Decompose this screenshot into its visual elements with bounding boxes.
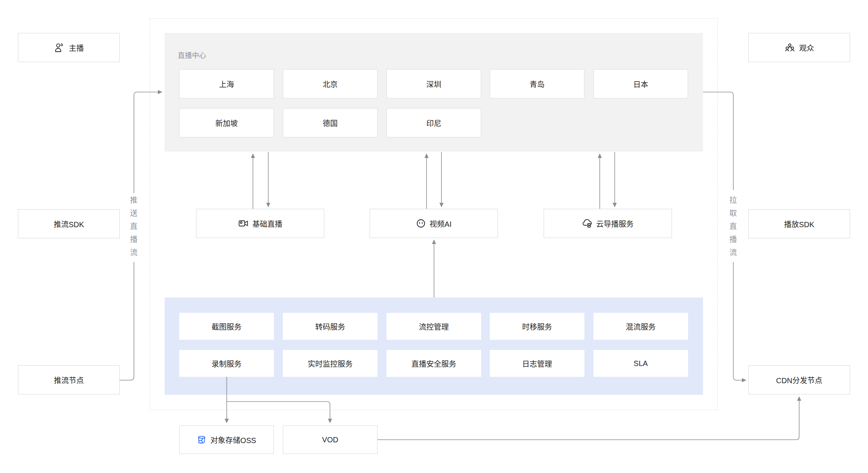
service-box-flow-control: 流控管理 bbox=[386, 313, 481, 340]
node-vod: VOD bbox=[283, 425, 378, 454]
region-box-shenzhen: 深圳 bbox=[386, 69, 481, 98]
live-center-title: 直播中心 bbox=[178, 50, 206, 60]
service-label: 转码服务 bbox=[315, 321, 345, 332]
region-label: 日本 bbox=[633, 79, 648, 89]
node-oss: 对象存储OSS bbox=[179, 425, 274, 454]
region-box-japan: 日本 bbox=[593, 69, 688, 98]
service-label: 日志管理 bbox=[522, 358, 552, 369]
architecture-diagram: 直播中心 上海 北京 深圳 青岛 日本 新加坡 德国 印尼 基础直播 视频AI bbox=[0, 0, 868, 473]
region-label: 北京 bbox=[323, 79, 338, 89]
pull-line-lower bbox=[733, 262, 743, 380]
push-stream-flow-label: 推送直播流 bbox=[129, 196, 137, 262]
region-box-germany: 德国 bbox=[283, 108, 378, 137]
node-label: 推流SDK bbox=[54, 219, 84, 229]
broadcaster-person-icon bbox=[54, 42, 65, 53]
node-label: 主播 bbox=[69, 42, 84, 53]
node-basic-live: 基础直播 bbox=[196, 209, 324, 238]
service-box-mix-stream: 混流服务 bbox=[593, 313, 688, 340]
node-label: VOD bbox=[322, 436, 338, 444]
cloud-cast-icon bbox=[582, 219, 593, 228]
service-box-record: 录制服务 bbox=[179, 350, 274, 377]
node-cdn-node: CDN分发节点 bbox=[748, 365, 850, 394]
pull-stream-flow-label: 拉取直播流 bbox=[729, 196, 736, 262]
service-label: 时移服务 bbox=[522, 321, 552, 332]
region-label: 深圳 bbox=[427, 79, 441, 89]
region-box-shanghai: 上海 bbox=[179, 69, 274, 98]
node-audience: 观众 bbox=[748, 33, 850, 62]
node-label: CDN分发节点 bbox=[776, 375, 822, 385]
service-label: 录制服务 bbox=[212, 358, 242, 369]
node-push-node: 推流节点 bbox=[18, 365, 120, 394]
service-box-transcode: 转码服务 bbox=[283, 313, 378, 340]
service-label: SLA bbox=[634, 359, 648, 368]
region-label: 新加坡 bbox=[216, 118, 238, 128]
region-label: 青岛 bbox=[530, 79, 545, 89]
node-cloud-director: 云导播服务 bbox=[544, 209, 672, 238]
node-play-sdk: 播放SDK bbox=[748, 209, 850, 238]
service-label: 实时监控服务 bbox=[308, 358, 353, 369]
people-group-icon bbox=[784, 43, 795, 52]
region-box-qingdao: 青岛 bbox=[490, 69, 584, 98]
region-box-singapore: 新加坡 bbox=[179, 108, 274, 137]
region-label: 印尼 bbox=[427, 118, 441, 128]
node-push-sdk: 推流SDK bbox=[18, 209, 120, 238]
storage-bucket-icon bbox=[197, 435, 207, 445]
service-label: 截图服务 bbox=[212, 321, 242, 332]
service-label: 流控管理 bbox=[419, 321, 449, 332]
region-box-indonesia: 印尼 bbox=[386, 108, 481, 137]
service-box-log-management: 日志管理 bbox=[490, 350, 584, 377]
service-box-live-security: 直播安全服务 bbox=[386, 350, 481, 377]
node-label: 观众 bbox=[799, 42, 814, 53]
region-box-beijing: 北京 bbox=[283, 69, 378, 98]
support-services-panel bbox=[165, 297, 703, 395]
node-label: 基础直播 bbox=[253, 218, 282, 229]
service-box-sla: SLA bbox=[593, 350, 688, 377]
node-label: 推流节点 bbox=[54, 375, 84, 385]
service-box-realtime-monitor: 实时监控服务 bbox=[283, 350, 378, 377]
service-label: 混流服务 bbox=[626, 321, 656, 332]
node-video-ai: 视频AI bbox=[370, 209, 498, 238]
node-label: 播放SDK bbox=[784, 219, 814, 229]
node-label: 对象存储OSS bbox=[210, 434, 256, 445]
service-label: 直播安全服务 bbox=[412, 358, 456, 369]
service-box-snapshot: 截图服务 bbox=[179, 313, 274, 340]
node-anchor: 主播 bbox=[18, 33, 120, 62]
push-line-lower bbox=[120, 262, 134, 380]
video-camera-icon bbox=[238, 219, 249, 228]
node-label: 视频AI bbox=[430, 218, 452, 229]
face-icon bbox=[416, 219, 426, 228]
node-label: 云导播服务 bbox=[596, 218, 634, 229]
region-label: 德国 bbox=[323, 118, 338, 128]
service-box-timeshift: 时移服务 bbox=[490, 313, 584, 340]
region-label: 上海 bbox=[219, 79, 234, 89]
